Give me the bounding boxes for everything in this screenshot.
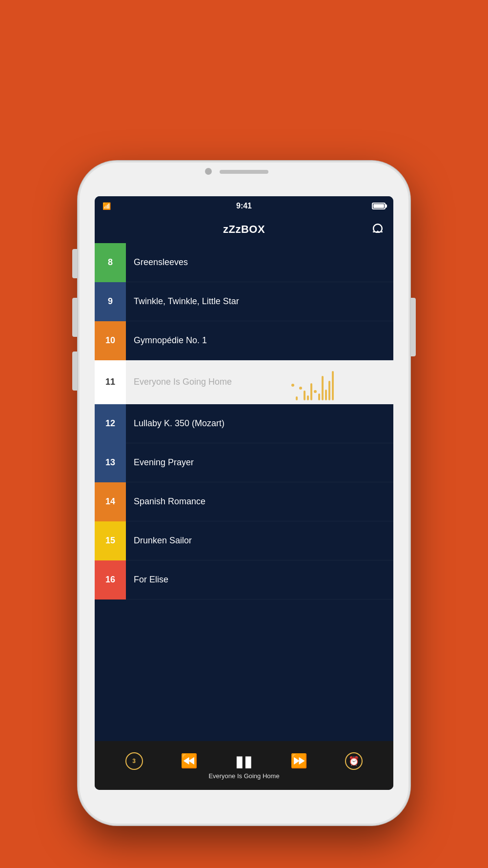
track-list: 8 Greensleeves 9 Twinkle, Twinkle, Littl… [95,243,393,599]
waveform-dot [314,390,317,393]
track-item[interactable]: 15 Drunken Sailor [95,521,393,560]
mute-button [72,249,77,278]
track-item[interactable]: 9 Twinkle, Twinkle, Little Star [95,282,393,321]
track-item[interactable]: 16 For Elise [95,560,393,599]
forward-icon: ⏩ [290,753,307,769]
track-name-15: Drunken Sailor [126,536,192,546]
track-number-15: 15 [95,521,126,560]
airplay-button[interactable] [370,222,386,237]
front-camera [205,168,212,175]
waveform-visualization [232,360,393,404]
battery-icon [372,203,386,209]
app-header: zZzBOX [95,216,393,243]
power-button [411,298,416,356]
track-item[interactable]: 8 Greensleeves [95,243,393,282]
track-number-11: 11 [95,360,126,404]
player-bar: 3 ⏪ ▮▮ ⏩ ⏰ Everyone Is Going H [95,741,393,790]
volume-down-button [72,351,77,391]
waveform-bar [322,376,324,400]
track-name-12: Lullaby K. 350 (Mozart) [126,418,224,429]
phone-mockup: 📶 9:41 zZzBOX [78,161,410,825]
pause-button[interactable]: ▮▮ [235,752,253,770]
volume-up-button [72,298,77,337]
track-item[interactable]: 14 Spanish Romance [95,482,393,521]
phone-screen: 📶 9:41 zZzBOX [95,196,393,790]
waveform-bar [296,396,298,400]
status-bar: 📶 9:41 [95,196,393,216]
wifi-icon: 📶 [102,202,111,210]
rewind-icon: ⏪ [181,753,198,769]
waveform-bar [328,381,330,400]
track-number-14: 14 [95,482,126,521]
track-name-9: Twinkle, Twinkle, Little Star [126,296,239,307]
pause-icon: ▮▮ [235,752,253,770]
waveform-bar [332,371,334,400]
track-item-active[interactable]: 11 Everyone Is Going Home [95,360,393,404]
track-name-13: Evening Prayer [126,457,194,468]
track-item[interactable]: 13 Evening Prayer [95,443,393,482]
track-number-8: 8 [95,243,126,282]
track-item[interactable]: 12 Lullaby K. 350 (Mozart) [95,404,393,443]
waveform-dot [299,387,302,390]
waveform-bar [318,393,320,400]
track-number-13: 13 [95,443,126,482]
status-left: 📶 [102,202,111,210]
app-title: zZzBOX [223,223,265,236]
rewind-button[interactable]: ⏪ [181,753,198,769]
waveform-bar [310,383,312,400]
track-name-11: Everyone Is Going Home [126,377,232,387]
track-name-8: Greensleeves [126,257,188,268]
track-item[interactable]: 10 Gymnopédie No. 1 [95,321,393,360]
player-track-name: Everyone Is Going Home [208,772,279,780]
track-number-16: 16 [95,560,126,599]
clock-timer-button[interactable]: ⏰ [345,752,363,770]
waveform-dot [291,384,294,387]
track-name-14: Spanish Romance [126,496,205,507]
sleep-timer-button[interactable]: 3 [125,752,143,770]
track-name-16: For Elise [126,575,168,585]
player-controls: 3 ⏪ ▮▮ ⏩ ⏰ [95,752,393,770]
forward-button[interactable]: ⏩ [290,753,307,769]
clock-icon: ⏰ [348,756,359,766]
track-number-12: 12 [95,404,126,443]
track-number-9: 9 [95,282,126,321]
waveform-bar [304,391,305,400]
waveform-bar [307,395,309,400]
track-name-10: Gymnopédie No. 1 [126,335,207,346]
track-number-10: 10 [95,321,126,360]
timer-count: 3 [132,758,136,765]
earpiece-speaker [220,170,268,174]
airplay-icon [372,223,384,237]
status-time: 9:41 [236,202,252,210]
waveform-bar [325,390,327,400]
battery-fill [373,204,384,208]
status-right [370,203,386,209]
